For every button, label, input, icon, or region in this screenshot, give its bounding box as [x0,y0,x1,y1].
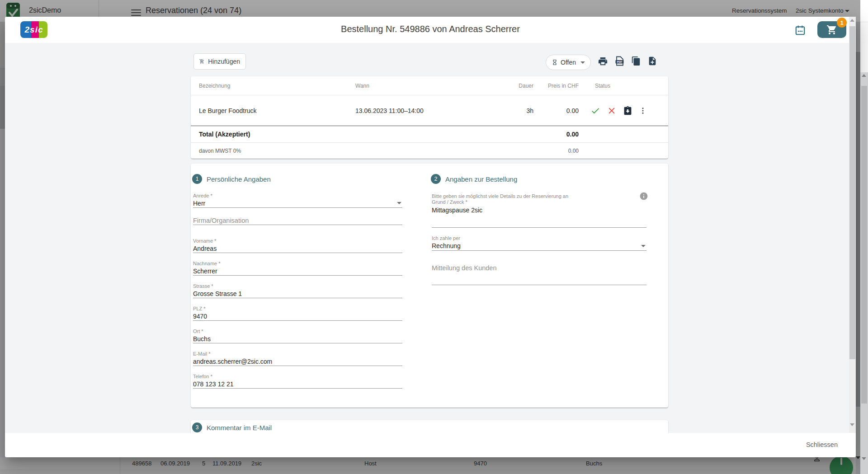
scroll-up-icon[interactable] [850,19,854,22]
vorname-input[interactable]: Vorname * Andreas [193,238,402,253]
firma-input[interactable]: Firma/Organisation [193,216,402,225]
accept-check-icon[interactable] [590,106,600,116]
dialog-header: 2sic Bestellung Nr. 549886 von Andreas S… [5,17,856,43]
anrede-caret-icon [397,202,401,204]
nachname-label: Nachname * [193,261,221,266]
close-button[interactable]: Schliessen [803,440,840,449]
status-caret-icon [580,61,585,64]
section-3-title: Kommentar im E-Mail [207,424,272,432]
print-icon[interactable] [598,56,608,66]
grund-label-line2: Grund / Zweck * [432,199,467,205]
cell-preis: 0.00 [533,107,579,114]
dialog-title: Bestellung Nr. 549886 von Andreas Scherr… [5,24,856,34]
form-card: 1 Persönliche Angaben Anrede * Herr Firm… [191,164,668,408]
grund-value: Mittagspause 2sic [432,206,482,214]
col-header-bezeichnung: Bezeichnung [199,83,355,89]
outer-scrollbar[interactable] [860,72,868,474]
plz-value: 9470 [193,313,207,320]
grund-zweck-textarea[interactable]: Bitte geben sie möglichst viele Details … [432,193,646,228]
add-to-cart-icon [199,57,204,66]
table-header-row: Bezeichnung Wann Dauer Preis in CHF Stat… [191,76,668,95]
section-1-number: 1 [192,174,202,184]
outer-scrollbar-thumb[interactable] [861,86,867,404]
kebab-menu-icon[interactable] [639,107,647,115]
cell-wann: 13.06.2023 11:00–14:00 [355,107,505,114]
copy-icon[interactable] [631,56,641,66]
email-value: andreas.scherrer@2sic.com [193,358,272,365]
table-total-row: Total (Akzeptiert) 0.00 [191,126,668,143]
col-header-preis: Preis in CHF [533,83,579,89]
vat-value: 0.00 [533,148,579,154]
vat-label: davon MWST 0% [199,148,355,154]
ort-value: Buchs [193,335,211,343]
vorname-label: Vorname * [193,238,216,244]
section-1-title: Persönliche Angaben [207,175,271,183]
total-value: 0.00 [533,131,579,138]
email-label: E-Mail * [193,351,211,357]
add-item-label: Hinzufügen [208,58,240,65]
status-dropdown[interactable]: Offen [546,55,591,70]
anrede-select[interactable]: Anrede * Herr [193,193,402,208]
section-1-heading: 1 Persönliche Angaben [192,174,271,184]
total-label: Total (Akzeptiert) [199,131,355,138]
add-file-icon[interactable] [647,56,657,66]
calendar-icon[interactable] [794,24,806,36]
section-2-heading: 2 Angaben zur Bestellung [431,174,517,184]
nachname-input[interactable]: Nachname * Scherrer [193,261,402,276]
cart-badge: 1 [837,18,847,28]
pdf-icon[interactable]: PDF [614,56,625,66]
cell-dauer: 3h [505,107,533,114]
cell-bezeichnung: Le Burger Foodtruck [199,107,355,114]
status-label: Offen [561,59,576,66]
anrede-value: Herr [193,200,205,207]
nachname-value: Scherrer [193,268,217,275]
zahlung-label: Ich zahle per [432,235,460,241]
zahlung-select[interactable]: Ich zahle per Rechnung [432,235,646,251]
reject-x-icon[interactable] [607,106,617,116]
section-3-number: 3 [192,422,202,432]
plz-input[interactable]: PLZ * 9470 [193,306,402,321]
table-row[interactable]: Le Burger Foodtruck 13.06.2023 11:00–14:… [191,95,668,126]
anrede-label: Anrede * [193,193,212,198]
mitteilung-textarea[interactable]: Mitteilung des Kunden [432,264,646,285]
telefon-value: 078 123 12 21 [193,380,234,388]
clipboard-download-icon[interactable] [623,106,632,115]
strasse-value: Grosse Strasse 1 [193,290,242,297]
ort-label: Ort * [193,329,203,334]
comment-card: 3 Kommentar im E-Mail [191,420,668,433]
dialog-scrollbar[interactable] [849,17,856,433]
section-2-number: 2 [431,174,441,184]
strasse-label: Strasse * [193,283,213,289]
order-dialog: 2sic Bestellung Nr. 549886 von Andreas S… [5,17,856,457]
info-icon[interactable] [639,192,648,201]
grund-label-line1: Bitte geben sie möglichst viele Details … [432,193,568,199]
zahlung-caret-icon [641,245,646,247]
scroll-down-icon[interactable] [850,423,854,426]
mitteilung-placeholder: Mitteilung des Kunden [432,264,497,272]
cell-status [579,106,660,116]
col-header-status: Status [579,83,660,89]
dialog-scrollbar-thumb[interactable] [849,26,855,359]
table-vat-row: davon MWST 0% 0.00 [191,143,668,159]
svg-text:PDF: PDF [617,61,623,63]
telefon-label: Telefon * [193,374,212,379]
vorname-value: Andreas [193,245,217,252]
section-3-heading: 3 Kommentar im E-Mail [192,422,272,432]
firma-placeholder: Firma/Organisation [193,217,249,224]
dialog-footer: Schliessen [5,433,856,457]
telefon-input[interactable]: Telefon * 078 123 12 21 [193,374,402,389]
ort-input[interactable]: Ort * Buchs [193,329,402,343]
strasse-input[interactable]: Strasse * Grosse Strasse 1 [193,283,402,298]
email-input[interactable]: E-Mail * andreas.scherrer@2sic.com [193,351,402,366]
zahlung-value: Rechnung [432,242,461,249]
hourglass-icon [552,59,558,66]
section-2-title: Angaben zur Bestellung [445,175,517,183]
plz-label: PLZ * [193,306,206,311]
order-items-card: Bezeichnung Wann Dauer Preis in CHF Stat… [191,76,668,159]
add-item-button[interactable]: Hinzufügen [193,53,246,70]
col-header-dauer: Dauer [505,83,533,89]
col-header-wann: Wann [355,83,505,89]
cart-icon [826,24,837,35]
